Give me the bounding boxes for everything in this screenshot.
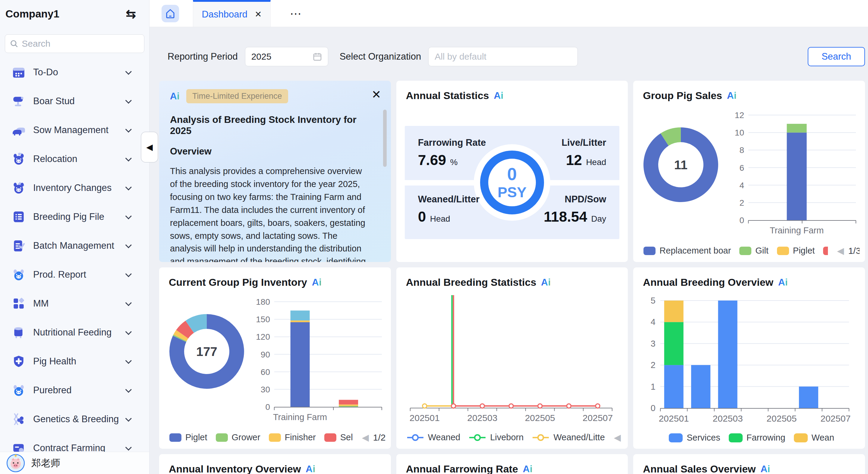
sidebar-item-pig-health[interactable]: Pig Health — [0, 347, 149, 376]
tab-close-icon[interactable]: ✕ — [255, 9, 261, 19]
chevron-down-icon — [125, 126, 132, 133]
legend-label: Gilt — [755, 246, 769, 256]
sidebar-header: Company1 ⇆ — [0, 0, 149, 28]
annual-breeding-overview-bar-chart[interactable]: 012345202501202503202505202507 — [641, 292, 855, 436]
sidebar-item-sow-management[interactable]: Sow Management — [0, 116, 149, 144]
legend-label: Weaned/Litte — [553, 433, 604, 442]
legend-item-piglet[interactable]: Piglet — [169, 433, 207, 442]
legend-item-replacement-boar[interactable]: Replacement boar — [644, 246, 731, 256]
svg-text:5: 5 — [651, 296, 655, 305]
sidebar-item-boar-stud[interactable]: Boar Stud — [0, 87, 149, 116]
legend-item-sel[interactable]: Sel — [324, 433, 353, 442]
sidebar-collapse-handle[interactable]: ◀ — [141, 132, 158, 163]
user-name: 郑老师 — [31, 456, 60, 470]
legend-item[interactable] — [823, 247, 828, 255]
sidebar-item-relocation[interactable]: Relocation — [0, 144, 149, 173]
sidebar-item-label: Purebred — [33, 385, 122, 396]
legend-prev-icon[interactable]: ◀ — [837, 245, 844, 256]
statistics-panel: 0 PSY Farrowing Rate7.69 %Live/Litter12 … — [405, 126, 620, 239]
home-icon — [164, 7, 176, 20]
legend-item-services[interactable]: Services — [669, 433, 720, 443]
organization-input[interactable]: All by default — [428, 47, 578, 66]
current-inventory-donut-chart[interactable]: 177 — [159, 293, 255, 437]
psy-label: PSY — [498, 185, 527, 200]
legend-item-grower[interactable]: Grower — [216, 433, 260, 442]
svg-text:4: 4 — [740, 181, 744, 190]
legend-item-weaned-litte[interactable]: Weaned/Litte — [532, 433, 604, 442]
legend-item-farrowing[interactable]: Farrowing — [729, 433, 785, 443]
sidebar-item-to-do[interactable]: To-Do — [0, 58, 149, 87]
svg-text:0: 0 — [265, 402, 270, 412]
sidebar-item-nutritional-feeding[interactable]: Nutritional Feeding — [0, 318, 149, 347]
svg-text:120: 120 — [256, 332, 270, 341]
ai-analysis-body: This analysis provides a comprehensive o… — [170, 165, 380, 262]
search-input[interactable] — [22, 39, 139, 49]
svg-text:8: 8 — [740, 145, 744, 155]
sidebar-item-label: Batch Management — [33, 240, 122, 251]
sidebar-item-mm[interactable]: MM — [0, 289, 149, 318]
card-title-text: Group Pig Sales — [643, 90, 722, 101]
sidebar-item-breeding-pig-file[interactable]: Breeding Pig File — [0, 202, 149, 231]
legend-item-piglet[interactable]: Piglet — [777, 246, 815, 256]
current-inventory-bar-chart[interactable]: 0306090120150180Training Farm — [255, 293, 387, 437]
legend-item-finisher[interactable]: Finisher — [269, 433, 316, 442]
card-title-text: Annual Statistics — [406, 90, 489, 101]
reporting-period-input[interactable]: 2025 — [245, 47, 328, 66]
legend-line-glyph — [532, 433, 550, 442]
sidebar-item-purebred[interactable]: Purebred — [0, 376, 149, 405]
legend-item-liveborn[interactable]: Liveborn — [469, 433, 524, 442]
card-grid: Ai Time-Limited Experience ✕ Analysis of… — [159, 81, 865, 449]
sidebar-item-label: Relocation — [33, 154, 122, 164]
ai-logo: Ai — [170, 91, 180, 102]
legend-swatch — [823, 247, 828, 255]
legend-swatch — [216, 433, 228, 442]
svg-text:2: 2 — [651, 360, 655, 370]
annual-breeding-statistics-line-chart[interactable]: 202501202503202505202507 — [404, 292, 618, 436]
legend-item-weaned[interactable]: Weaned — [407, 433, 461, 442]
calendar-icon — [313, 52, 322, 61]
legend-item-gilt[interactable]: Gilt — [739, 246, 769, 256]
annual-statistics-card: Annual Statistics Ai 0 PSY Farrowing Rat… — [396, 81, 628, 262]
group-pig-sales-donut-chart[interactable]: 11 — [633, 106, 730, 250]
sidebar-item-label: Prod. Report — [33, 269, 122, 280]
svg-text:6: 6 — [740, 163, 744, 173]
organization-placeholder: All by default — [435, 52, 487, 62]
stat-label: Weaned/Litter — [418, 194, 479, 205]
card-title-text: Annual Sales Overview — [643, 463, 755, 474]
svg-text:60: 60 — [261, 367, 270, 377]
card-title: Annual Sales OverviewAi — [633, 454, 865, 474]
card-title: Annual Breeding Overview Ai — [633, 267, 865, 288]
user-bar[interactable]: 郑老师 — [0, 452, 149, 474]
sidebar-item-label: To-Do — [33, 67, 122, 78]
legend-item-wean[interactable]: Wean — [794, 433, 834, 443]
chevron-down-icon — [125, 68, 132, 75]
tab-dashboard[interactable]: Dashboard ✕ — [193, 0, 271, 27]
chevron-down-icon — [125, 415, 132, 421]
ai-logo: Ai — [494, 90, 504, 101]
annual-inventory-overview-card: Annual Inventory OverviewAi — [159, 454, 391, 474]
legend-prev-icon[interactable]: ◀ — [614, 432, 621, 443]
home-tab-button[interactable] — [161, 5, 179, 22]
sidebar-item-prod-report[interactable]: Prod. Report — [0, 260, 149, 289]
sidebar-search[interactable] — [5, 34, 144, 53]
scrollbar-thumb[interactable] — [383, 110, 387, 167]
sidebar-item-label: Inventory Changes — [33, 182, 122, 193]
group-pig-sales-bar-chart[interactable]: 024681012Training Farm — [730, 106, 861, 250]
legend-label: Weaned — [428, 433, 461, 442]
sidebar-item-inventory-changes[interactable]: Inventory Changes — [0, 173, 149, 202]
chevron-down-icon — [125, 213, 132, 219]
tab-more-icon[interactable]: ⋯ — [290, 7, 303, 20]
legend-prev-icon[interactable]: ◀ — [362, 432, 369, 443]
sidebar-item-label: Genetics & Breeding — [33, 414, 122, 425]
switch-company-icon[interactable]: ⇆ — [126, 7, 136, 21]
sidebar-item-batch-management[interactable]: Batch Management — [0, 231, 149, 260]
avatar — [7, 454, 25, 472]
svg-text:202503: 202503 — [467, 413, 497, 423]
tab-bar: Dashboard ✕ ⋯ — [150, 0, 868, 27]
stat-value: 0 Head — [418, 208, 479, 225]
sidebar-item-label: Nutritional Feeding — [33, 327, 122, 338]
sidebar-item-genetics-breeding[interactable]: Genetics & Breeding — [0, 405, 149, 434]
chevron-down-icon — [125, 155, 132, 161]
search-button[interactable]: Search — [808, 47, 865, 66]
close-icon[interactable]: ✕ — [372, 88, 381, 101]
